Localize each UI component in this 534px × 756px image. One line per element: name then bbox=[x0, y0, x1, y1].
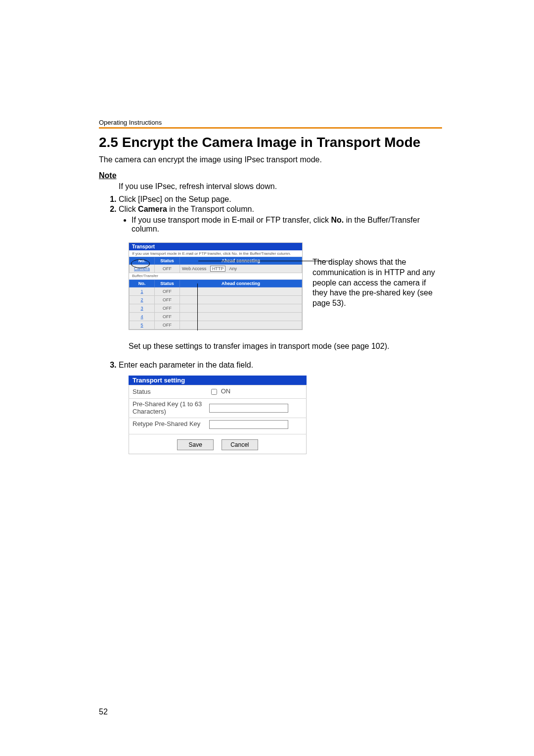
step-1-text: Click [IPsec] on the Setup page. bbox=[119, 195, 231, 203]
page-number: 52 bbox=[99, 708, 108, 716]
transport-panel: Transport If you use transport mode in E… bbox=[129, 242, 303, 330]
status-label: Status bbox=[133, 388, 204, 396]
save-button[interactable]: Save bbox=[177, 439, 214, 450]
row-status: OFF bbox=[155, 304, 180, 313]
steps-list: Click [IPsec] on the Setup page. Click C… bbox=[99, 195, 442, 237]
buffer-transfer-label: Buffer/Transfer bbox=[129, 273, 302, 280]
row-no-link[interactable]: 4 bbox=[130, 313, 155, 321]
row-no-link[interactable]: 5 bbox=[130, 321, 155, 330]
col-no: No. bbox=[130, 280, 155, 287]
step-2-sub: If you use transport mode in E-mail or F… bbox=[132, 216, 442, 234]
transport-setting-header: Transport setting bbox=[129, 376, 307, 385]
row-no-link[interactable]: 1 bbox=[130, 287, 155, 296]
transport-camera-table: No. Status Ahead connecting Camera OFF W… bbox=[129, 257, 302, 273]
row-ahead bbox=[180, 287, 302, 296]
step-2-sublist: If you use transport mode in E-mail or F… bbox=[119, 216, 442, 234]
row-no-link[interactable]: 2 bbox=[130, 296, 155, 304]
figure-transport-table: Transport If you use transport mode in E… bbox=[129, 242, 442, 330]
step-3-text: Enter each parameter in the data field. bbox=[119, 361, 253, 369]
figure-annotation: The display shows that the communication… bbox=[312, 257, 436, 309]
section-title: 2.5 Encrypt the Camera Image in Transpor… bbox=[99, 135, 442, 150]
row-status: OFF bbox=[155, 313, 180, 321]
retype-psk-input[interactable] bbox=[209, 420, 288, 429]
steps-list-cont: Enter each parameter in the data field. bbox=[99, 361, 442, 371]
table-header-row: No. Status Ahead connecting bbox=[130, 257, 302, 265]
status-row: Status ON bbox=[129, 385, 307, 398]
header-rule bbox=[99, 127, 442, 129]
page: Operating Instructions 2.5 Encrypt the C… bbox=[0, 0, 534, 756]
row-ahead bbox=[180, 304, 302, 313]
note-heading: Note bbox=[99, 171, 442, 180]
step-2: Click Camera in the Transport column. If… bbox=[119, 205, 442, 237]
table-row[interactable]: 2 OFF bbox=[130, 296, 302, 304]
step-3: Enter each parameter in the data field. bbox=[119, 361, 442, 371]
cancel-button[interactable]: Cancel bbox=[222, 439, 258, 450]
retype-psk-label: Retype Pre-Shared Key bbox=[133, 421, 204, 428]
col-status: Status bbox=[155, 280, 180, 287]
row-ahead bbox=[180, 296, 302, 304]
step-1: Click [IPsec] on the Setup page. bbox=[119, 195, 442, 205]
psk-input[interactable] bbox=[209, 404, 288, 413]
camera-status: OFF bbox=[155, 265, 180, 273]
intro-text: The camera can encrypt the image using I… bbox=[99, 155, 442, 164]
camera-link[interactable]: Camera bbox=[130, 265, 155, 273]
psk-label: Pre-Shared Key (1 to 63 Characters) bbox=[133, 401, 204, 416]
table-header-row: No. Status Ahead connecting bbox=[130, 280, 302, 287]
retype-psk-row: Retype Pre-Shared Key bbox=[129, 418, 307, 431]
camera-meta-webaccess: Web Access bbox=[182, 266, 206, 271]
col-no: No. bbox=[130, 257, 155, 265]
transport-setting-panel: Transport setting Status ON Pre-Shared K… bbox=[129, 376, 307, 454]
camera-meta-any: Any bbox=[229, 266, 237, 271]
step-2-sub-pre: If you use transport mode in E-mail or F… bbox=[132, 216, 331, 224]
row-status: OFF bbox=[155, 296, 180, 304]
status-on-label: ON bbox=[221, 387, 231, 395]
step-2-pre: Click bbox=[119, 205, 138, 213]
transport-panel-subtext: If you use transport mode in E-mail or F… bbox=[129, 250, 302, 257]
note-body: If you use IPsec, refresh interval slows… bbox=[119, 182, 442, 191]
step-2-bold: Camera bbox=[138, 205, 167, 213]
status-control: ON bbox=[209, 387, 303, 396]
step-2-sub-bold: No. bbox=[331, 216, 344, 224]
transport-panel-header: Transport bbox=[129, 243, 302, 250]
camera-ahead: Web Access HTTP Any bbox=[180, 265, 302, 273]
table-row[interactable]: 4 OFF bbox=[130, 313, 302, 321]
running-header: Operating Instructions bbox=[99, 119, 442, 126]
table-row[interactable]: 3 OFF bbox=[130, 304, 302, 313]
col-status: Status bbox=[155, 257, 180, 265]
row-status: OFF bbox=[155, 287, 180, 296]
button-bar: Save Cancel bbox=[129, 434, 307, 454]
psk-row: Pre-Shared Key (1 to 63 Characters) bbox=[129, 398, 307, 418]
figure-caption: Set up these settings to transfer images… bbox=[129, 342, 425, 351]
buffer-transfer-table: No. Status Ahead connecting 1 OFF 2 OFF … bbox=[129, 280, 302, 330]
row-no-link[interactable]: 3 bbox=[130, 304, 155, 313]
row-ahead bbox=[180, 321, 302, 330]
camera-meta-http: HTTP bbox=[210, 266, 226, 272]
status-on-checkbox[interactable] bbox=[211, 389, 217, 395]
row-status: OFF bbox=[155, 321, 180, 330]
step-2-post: in the Transport column. bbox=[167, 205, 254, 213]
col-ahead: Ahead connecting bbox=[180, 257, 302, 265]
col-ahead: Ahead connecting bbox=[180, 280, 302, 287]
row-ahead bbox=[180, 313, 302, 321]
camera-row[interactable]: Camera OFF Web Access HTTP Any bbox=[130, 265, 302, 273]
table-row[interactable]: 1 OFF bbox=[130, 287, 302, 296]
table-row[interactable]: 5 OFF bbox=[130, 321, 302, 330]
